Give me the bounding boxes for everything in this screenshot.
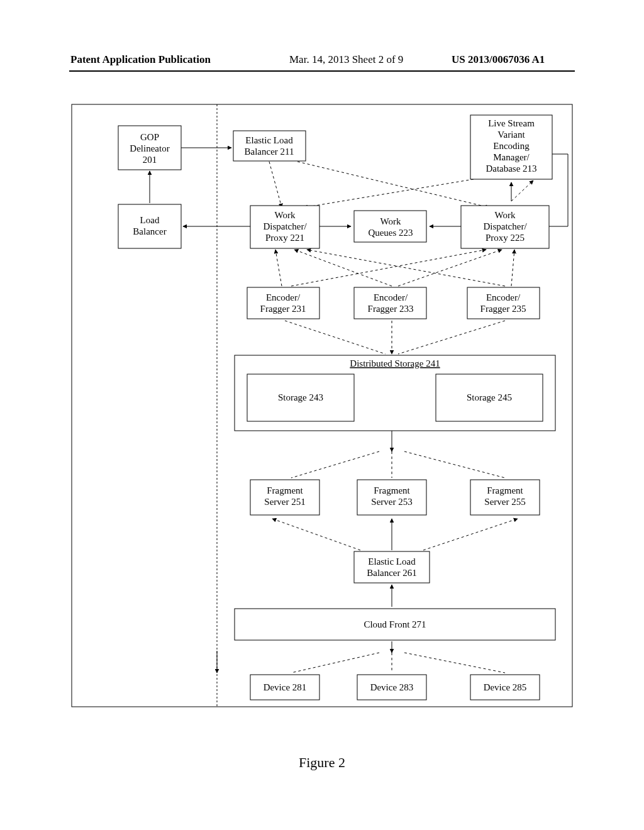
figure-label: Figure 2: [0, 755, 644, 771]
svg-text:Work: Work: [380, 216, 401, 226]
svg-line-13: [307, 250, 505, 286]
svg-text:Fragment: Fragment: [487, 485, 523, 495]
svg-text:Work: Work: [495, 210, 516, 220]
svg-text:Balancer 261: Balancer 261: [367, 568, 417, 578]
svg-line-11: [275, 250, 282, 286]
svg-line-32: [404, 653, 505, 673]
diagram: GOP Delineator 201 Load Balancer Elastic…: [71, 104, 573, 739]
header-left: Patent Application Publication: [70, 53, 211, 66]
box-d1: Device 281: [250, 675, 319, 700]
header-right: US 2013/0067036 A1: [452, 53, 545, 66]
svg-text:Storage 245: Storage 245: [467, 392, 512, 402]
box-cf: Cloud Front 271: [235, 609, 555, 640]
svg-line-5: [304, 179, 474, 208]
box-elb1: Elastic Load Balancer 211: [233, 131, 306, 161]
svg-text:Server 253: Server 253: [371, 497, 412, 507]
svg-text:Delineator: Delineator: [130, 143, 169, 153]
header-rule: [69, 70, 575, 72]
svg-text:Device 285: Device 285: [484, 682, 527, 692]
svg-text:Distributed Storage 241: Distributed Storage 241: [350, 358, 440, 368]
svg-text:Encoding: Encoding: [493, 141, 530, 151]
header-mid: Mar. 14, 2013 Sheet 2 of 9: [289, 53, 403, 66]
page: Patent Application Publication Mar. 14, …: [0, 0, 644, 830]
svg-text:Encoder/: Encoder/: [486, 292, 521, 302]
svg-line-4: [297, 162, 489, 208]
box-ef2: Encoder/ Fragger 233: [354, 287, 426, 319]
svg-text:Work: Work: [275, 210, 296, 220]
svg-line-14: [291, 250, 486, 286]
svg-text:Queues 223: Queues 223: [368, 228, 413, 238]
svg-text:GOP: GOP: [140, 132, 159, 142]
svg-line-22: [291, 451, 379, 478]
svg-text:Fragger 233: Fragger 233: [368, 304, 414, 314]
svg-line-18: [285, 321, 386, 354]
box-wq: Work Queues 223: [354, 211, 426, 242]
box-ef3: Encoder/ Fragger 235: [467, 287, 540, 319]
box-wd1: Work Dispatcher/ Proxy 221: [250, 206, 319, 248]
box-fs3: Fragment Server 255: [470, 480, 540, 515]
svg-text:Dispatcher/: Dispatcher/: [263, 221, 307, 231]
box-wd2: Work Dispatcher/ Proxy 225: [461, 206, 549, 248]
svg-line-24: [404, 451, 505, 478]
box-fs1: Fragment Server 251: [250, 480, 319, 515]
svg-text:Proxy 221: Proxy 221: [265, 233, 304, 243]
svg-text:Cloud Front 271: Cloud Front 271: [364, 619, 426, 629]
box-mgr: Live Stream Variant Encoding Manager/ Da…: [470, 115, 552, 179]
box-lb: Load Balancer: [118, 204, 181, 248]
svg-text:Encoder/: Encoder/: [374, 292, 408, 302]
svg-text:Elastic Load: Elastic Load: [368, 556, 416, 567]
box-d3: Device 285: [470, 675, 540, 700]
svg-line-3: [269, 162, 282, 208]
svg-text:Elastic Load: Elastic Load: [245, 135, 293, 145]
box-fs2: Fragment Server 253: [357, 480, 426, 515]
svg-text:Server 255: Server 255: [484, 497, 525, 507]
svg-text:Load: Load: [140, 215, 160, 225]
svg-text:Device 283: Device 283: [370, 682, 414, 692]
box-gop: GOP Delineator 201: [118, 126, 181, 170]
svg-text:Balancer: Balancer: [133, 226, 166, 236]
svg-line-30: [291, 653, 379, 673]
svg-text:Proxy 225: Proxy 225: [486, 233, 525, 243]
svg-text:201: 201: [143, 155, 157, 165]
box-d2: Device 283: [357, 675, 426, 700]
box-elb2: Elastic Load Balancer 261: [354, 551, 430, 583]
svg-text:Balancer 211: Balancer 211: [245, 147, 294, 157]
svg-line-20: [398, 321, 505, 354]
svg-text:Variant: Variant: [497, 130, 525, 140]
svg-text:Dispatcher/: Dispatcher/: [483, 221, 527, 231]
svg-line-15: [398, 250, 502, 286]
box-ef1: Encoder/ Fragger 231: [247, 287, 319, 319]
svg-text:Fragment: Fragment: [267, 485, 303, 495]
svg-line-16: [511, 250, 514, 286]
svg-text:Database 213: Database 213: [486, 163, 536, 174]
svg-text:Fragger 235: Fragger 235: [480, 304, 526, 314]
svg-line-27: [423, 519, 518, 550]
svg-text:Storage 243: Storage 243: [278, 392, 323, 402]
svg-text:Live Stream: Live Stream: [488, 118, 535, 128]
svg-text:Encoder/: Encoder/: [266, 292, 301, 302]
box-ds: Distributed Storage 241 Storage 243 Stor…: [235, 355, 555, 431]
svg-line-25: [272, 519, 360, 550]
svg-text:Fragger 231: Fragger 231: [260, 304, 306, 314]
svg-text:Fragment: Fragment: [374, 485, 410, 495]
svg-line-12: [294, 250, 392, 286]
svg-text:Device 281: Device 281: [264, 682, 307, 692]
svg-text:Server 251: Server 251: [264, 497, 305, 507]
svg-text:Manager/: Manager/: [493, 152, 530, 162]
svg-line-6: [511, 180, 533, 201]
